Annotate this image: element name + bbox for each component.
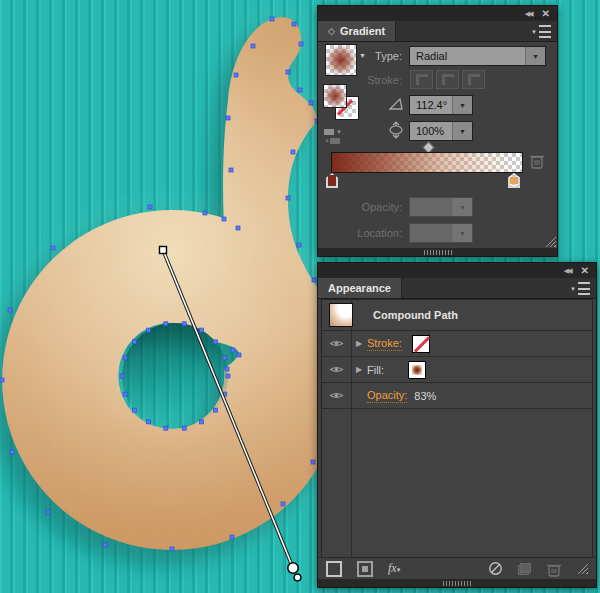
close-panel-icon[interactable]: ✕ [581, 266, 589, 276]
anchor-point[interactable] [292, 22, 296, 26]
gradient-panel-menu-icon[interactable]: ▼ [531, 25, 551, 38]
anchor-point[interactable] [311, 460, 315, 464]
gradient-slider-bar[interactable] [331, 152, 523, 173]
aspect-ratio-field[interactable]: 100% ▼ [409, 121, 473, 141]
fill-row-label[interactable]: Fill: [367, 364, 384, 376]
stroke-across-button[interactable] [462, 70, 485, 89]
visibility-eye-icon[interactable] [322, 365, 351, 374]
anchor-point[interactable] [236, 226, 240, 230]
anchor-point[interactable] [103, 543, 107, 547]
stroke-within-button[interactable] [410, 70, 433, 89]
anchor-point[interactable] [182, 322, 186, 326]
annotator-end-dot[interactable] [294, 574, 301, 581]
anchor-point[interactable] [286, 70, 290, 74]
visibility-eye-icon[interactable] [322, 391, 351, 400]
appearance-panel-menu-icon[interactable]: ▼ [570, 282, 590, 295]
fill-gradient-swatch[interactable] [408, 361, 426, 379]
reverse-gradient-icon[interactable]: ▼ ▲ [324, 129, 344, 145]
collapse-panel-icon[interactable]: ◀◀ [525, 10, 532, 17]
anchor-point[interactable] [132, 340, 136, 344]
stroke-none-swatch[interactable] [412, 335, 430, 353]
anchor-point[interactable] [230, 535, 234, 539]
appearance-row-fill[interactable]: ▶ Fill: [322, 357, 592, 383]
anchor-point[interactable] [203, 211, 207, 215]
opacity-link[interactable]: Opacity: [367, 389, 407, 403]
anchor-point[interactable] [51, 246, 55, 250]
type-dropdown-arrow[interactable]: ▼ [525, 47, 545, 65]
anchor-point[interactable] [214, 340, 218, 344]
stroke-row-label[interactable]: Stroke: [367, 337, 402, 351]
gradient-fill-swatch[interactable] [325, 44, 357, 76]
expand-triangle-icon[interactable]: ▶ [351, 339, 367, 348]
add-new-fill-button[interactable] [357, 561, 373, 577]
appearance-row-stroke[interactable]: ▶ Stroke: [322, 331, 592, 357]
visibility-eye-icon[interactable] [322, 339, 351, 348]
anchor-point[interactable] [225, 367, 229, 371]
gradient-panel-drag-strip[interactable] [318, 248, 557, 256]
tab-gradient[interactable]: ◇ Gradient [318, 21, 396, 41]
fill-stroke-proxy[interactable] [323, 84, 359, 120]
anchor-point[interactable] [286, 196, 290, 200]
collapse-panel-icon[interactable]: ◀◀ [564, 267, 571, 274]
type-dropdown[interactable]: Radial ▼ [409, 46, 546, 66]
anchor-point[interactable] [226, 374, 230, 378]
anchor-point[interactable] [164, 322, 168, 326]
add-new-effect-button[interactable]: fx▾ [388, 561, 400, 576]
anchor-point[interactable] [8, 308, 12, 312]
appearance-row-opacity[interactable]: Opacity: 83% [322, 383, 592, 409]
angle-field[interactable]: 112.4° ▼ [409, 95, 473, 115]
anchor-point[interactable] [120, 374, 124, 378]
anchor-point[interactable] [147, 420, 151, 424]
anchor-point[interactable] [299, 42, 303, 46]
anchor-point[interactable] [281, 502, 285, 506]
appearance-panel-drag-strip[interactable] [318, 579, 596, 587]
delete-item-trash-icon[interactable] [546, 561, 562, 577]
angle-dropdown-arrow[interactable]: ▼ [452, 96, 472, 114]
anchor-point[interactable] [214, 408, 218, 412]
anchor-point[interactable] [148, 205, 152, 209]
anchor-point[interactable] [170, 547, 174, 551]
anchor-point[interactable] [123, 392, 127, 396]
anchor-point[interactable] [231, 348, 235, 352]
anchor-point[interactable] [223, 356, 227, 360]
anchor-point[interactable] [270, 17, 274, 21]
anchor-point[interactable] [182, 426, 186, 430]
aspect-dropdown-arrow[interactable]: ▼ [452, 122, 472, 140]
annotator-end-handle[interactable] [288, 563, 298, 573]
anchor-point[interactable] [297, 243, 301, 247]
close-panel-icon[interactable]: ✕ [542, 9, 550, 19]
anchor-point[interactable] [200, 420, 204, 424]
anchor-point[interactable] [237, 353, 241, 357]
anchor-point[interactable] [298, 88, 302, 92]
clear-appearance-button[interactable] [488, 561, 503, 576]
duplicate-item-button[interactable] [518, 563, 531, 575]
anchor-point[interactable] [234, 73, 238, 77]
gradient-panel-resize-grip[interactable] [545, 236, 556, 247]
stroke-along-button[interactable] [436, 70, 459, 89]
appearance-item-header[interactable]: Compound Path [322, 300, 592, 331]
anchor-point[interactable] [164, 426, 168, 430]
anchor-point[interactable] [251, 44, 255, 48]
anchor-point[interactable] [226, 116, 230, 120]
gradient-stop-left[interactable] [326, 173, 338, 188]
anchor-point[interactable] [312, 278, 316, 282]
tab-appearance[interactable]: Appearance [318, 278, 402, 298]
appearance-panel-resize-grip[interactable] [577, 563, 588, 574]
fill-proxy-gradient[interactable] [323, 84, 347, 108]
anchor-point[interactable] [46, 510, 50, 514]
anchor-point[interactable] [200, 328, 204, 332]
gradient-stop-right[interactable] [508, 173, 520, 188]
anchor-point[interactable] [291, 150, 295, 154]
anchor-point[interactable] [229, 168, 233, 172]
gradient-cycle-icon[interactable]: ◇ [328, 26, 335, 36]
anchor-point[interactable] [147, 328, 151, 332]
anchor-point[interactable] [123, 356, 127, 360]
annotator-origin-handle[interactable] [160, 247, 167, 254]
anchor-point[interactable] [132, 408, 136, 412]
anchor-point[interactable] [0, 378, 4, 382]
expand-triangle-icon[interactable]: ▶ [351, 365, 367, 374]
anchor-point[interactable] [10, 450, 14, 454]
delete-stop-trash-icon[interactable] [529, 152, 545, 170]
anchor-point[interactable] [309, 101, 313, 105]
add-new-stroke-button[interactable] [326, 561, 342, 577]
